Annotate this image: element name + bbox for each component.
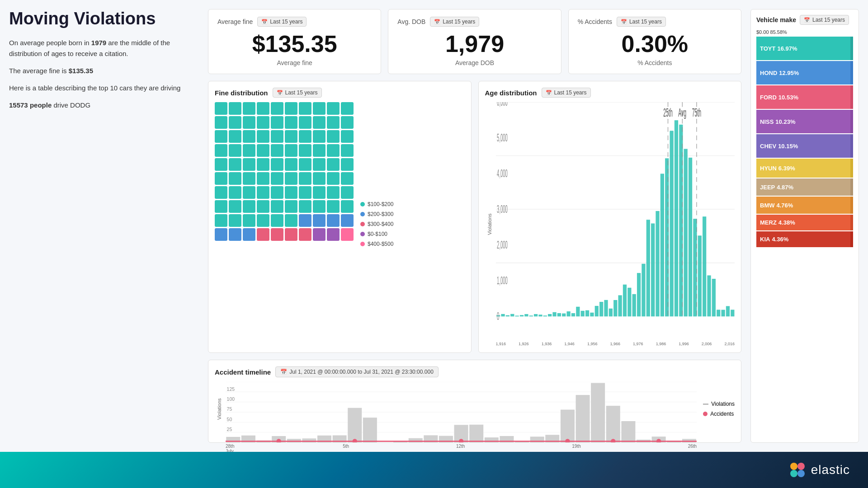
treemap-name: HYUN	[760, 165, 777, 172]
waffle-cell	[299, 158, 311, 171]
timeline-date-badge[interactable]: 📅 Jul 1, 2021 @ 00:00:00.000 to Jul 31, …	[275, 366, 439, 377]
waffle-cell	[229, 228, 241, 241]
timeline-header: Accident timeline 📅 Jul 1, 2021 @ 00:00:…	[215, 366, 735, 377]
treemap-top-label: $0.00 85.58%	[756, 29, 853, 35]
elastic-dots-container	[788, 461, 807, 479]
legend-dot	[360, 202, 365, 206]
waffle-cell	[271, 144, 283, 157]
waffle-cell	[215, 200, 227, 213]
age-bar	[585, 310, 589, 317]
waffle-cell	[299, 172, 311, 185]
waffle-cell	[257, 186, 269, 199]
age-dist-date-badge[interactable]: 📅 Last 15 years	[542, 88, 591, 98]
timeline-title: Accident timeline	[215, 368, 271, 376]
y-tick-label: 0	[497, 310, 499, 322]
waffle-cell	[313, 214, 326, 227]
footer: elastic	[0, 452, 868, 488]
age-bar	[637, 273, 640, 316]
waffle-cell	[285, 214, 297, 227]
avg-fine-label: Average fine	[217, 18, 253, 25]
waffle-cell	[243, 130, 255, 143]
marker-label: 75th	[692, 106, 701, 119]
age-bar	[566, 311, 570, 316]
vehicle-make-date-badge[interactable]: 📅 Last 15 years	[800, 15, 849, 25]
age-bar	[533, 314, 537, 316]
waffle-cell	[271, 102, 283, 115]
age-bar	[665, 158, 669, 316]
desc-line3: Here is a table describing the top 10 ca…	[9, 83, 199, 94]
waffle-cell	[285, 116, 297, 129]
y-tick-label: 5,000	[497, 132, 508, 144]
waffle-cell	[257, 102, 269, 115]
waffle-cell	[341, 214, 354, 227]
treemap-name: MERZ	[760, 219, 777, 226]
waffle-cell	[285, 200, 297, 213]
pct-accidents-label: % Accidents	[578, 18, 612, 25]
waffle-cell	[229, 214, 241, 227]
avg-fine-date-badge[interactable]: 📅 Last 15 years	[257, 17, 307, 27]
avg-dob-header: Avg. DOB 📅 Last 15 years	[397, 17, 552, 27]
treemap-accent	[850, 61, 853, 84]
waffle-cell	[313, 116, 326, 129]
waffle-cell	[327, 102, 340, 115]
waffle-cell	[243, 200, 255, 213]
waffle-cell	[229, 186, 241, 199]
fine-dist-date-badge[interactable]: 📅 Last 15 years	[273, 88, 322, 98]
treemap-bar: MERZ4.38%	[756, 215, 850, 230]
y-tick-label: 4,000	[497, 168, 508, 179]
treemap-accent	[850, 134, 853, 158]
treemap-accent	[850, 85, 853, 109]
calendar-icon-4: 📅	[277, 90, 283, 96]
pct-accidents-sublabel: % Accidents	[578, 59, 732, 66]
waffle-cell	[215, 102, 227, 115]
svg-point-1	[797, 463, 805, 470]
timeline-y-tick: 75	[227, 406, 232, 412]
avg-fine-inline: $135.35	[69, 67, 93, 75]
waffle-cell	[313, 158, 326, 171]
y-tick-label: 1,000	[497, 275, 508, 286]
legend-label: $300-$400	[368, 221, 393, 227]
waffle-cell	[257, 130, 269, 143]
waffle-cell	[327, 144, 340, 157]
treemap-pct: 16.97%	[777, 45, 797, 52]
age-bar	[651, 223, 655, 316]
waffle-cell	[271, 116, 283, 129]
treemap-accent	[850, 159, 853, 178]
pct-accidents-date-badge[interactable]: 📅 Last 15 years	[617, 17, 666, 27]
age-distribution-card: Age distribution 📅 Last 15 years Violati…	[478, 81, 742, 353]
waffle-cell	[327, 172, 340, 185]
timeline-bar	[302, 438, 316, 442]
age-bar	[627, 288, 631, 317]
accident-timeline-card: Accident timeline 📅 Jul 1, 2021 @ 00:00:…	[208, 360, 741, 443]
age-bar	[538, 314, 542, 316]
age-bar	[552, 312, 556, 316]
treemap-bar: KIA4.36%	[756, 231, 850, 247]
legend-dot	[360, 242, 365, 246]
age-bar	[703, 216, 706, 316]
waffle-cell	[257, 158, 269, 171]
treemap-row: MERZ4.38%	[756, 215, 853, 230]
age-bar	[688, 158, 692, 316]
treemap-accent	[850, 37, 853, 60]
legend-dot	[360, 212, 365, 216]
waffle-cell	[313, 130, 326, 143]
age-bar	[501, 314, 505, 316]
avg-dob-date-badge[interactable]: 📅 Last 15 years	[430, 17, 479, 27]
pct-accidents-value: 0.30%	[578, 30, 732, 57]
age-bar	[599, 302, 603, 316]
treemap-pct: 12.95%	[779, 70, 799, 76]
treemap-name: TOYT	[760, 45, 775, 52]
age-bar	[707, 275, 711, 316]
waffle-cell	[285, 130, 297, 143]
age-bar	[562, 314, 566, 317]
waffle-grid	[215, 102, 354, 346]
waffle-cell	[229, 116, 241, 129]
age-bar	[731, 310, 734, 316]
avg-fine-section: Average fine 📅 Last 15 years $135.35 Ave…	[208, 9, 381, 74]
waffle-cell	[215, 158, 227, 171]
age-bar	[623, 285, 626, 317]
waffle-cell	[299, 200, 311, 213]
vehicle-make-panel: Vehicle make 📅 Last 15 years $0.00 85.58…	[750, 9, 859, 443]
treemap-name: KIA	[760, 236, 770, 243]
waffle-cell	[271, 186, 283, 199]
